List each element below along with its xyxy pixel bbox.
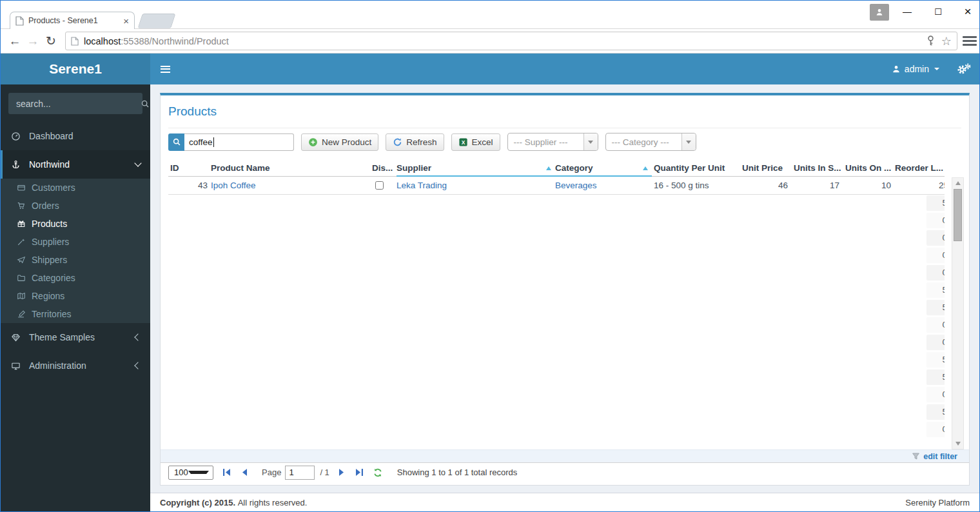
user-menu[interactable]: admin	[892, 54, 939, 84]
first-page-icon[interactable]	[222, 468, 231, 477]
sidebar-search-input[interactable]	[8, 99, 141, 109]
sidebar-item-orders[interactable]: Orders	[1, 197, 150, 215]
supplier-select[interactable]: --- Supplier ---	[507, 133, 598, 151]
product-link[interactable]: Ipoh Coffee	[211, 181, 256, 190]
page-size-select[interactable]: 100	[168, 466, 213, 480]
sidebar-toggle-icon[interactable]	[150, 54, 180, 84]
forward-icon[interactable]: →	[24, 34, 42, 48]
platform-text: Serenity Platform	[905, 498, 970, 507]
browser-menu-icon[interactable]	[963, 36, 977, 46]
prev-page-icon[interactable]	[240, 468, 248, 477]
refresh-icon	[393, 137, 402, 147]
sidebar-item-territories[interactable]: Territories	[1, 305, 150, 323]
cart-icon	[16, 201, 26, 210]
sidebar-item-suppliers[interactable]: Suppliers	[1, 233, 150, 251]
folder-icon	[16, 273, 26, 282]
sidebar-item-administration[interactable]: Administration	[1, 351, 150, 380]
ghost-cell: 0	[926, 335, 945, 350]
window-maximize-button[interactable]: ☐	[924, 1, 952, 23]
window-minimize-button[interactable]: —	[893, 1, 921, 23]
next-page-icon[interactable]	[338, 468, 346, 477]
page-label: Page	[262, 468, 281, 477]
edit-filter-link[interactable]: edit filter	[923, 452, 957, 461]
sidebar-item-label: Categories	[32, 273, 75, 283]
search-icon[interactable]	[141, 99, 150, 108]
url-path: :55388/Northwind/Product	[121, 36, 229, 46]
sidebar-item-customers[interactable]: Customers	[1, 179, 150, 197]
search-icon[interactable]	[168, 133, 184, 151]
col-header-reorder-level[interactable]: Reorder L...	[895, 161, 952, 176]
sidebar-item-label: Theme Samples	[29, 332, 95, 342]
col-header-id[interactable]: ID	[168, 161, 211, 176]
cell-reorder-level: 25	[895, 177, 945, 194]
bookmark-star-icon[interactable]: ☆	[941, 34, 952, 48]
sidebar-item-label: Dashboard	[29, 131, 74, 141]
key-icon[interactable]	[926, 35, 935, 46]
col-header-units-in-stock[interactable]: Units In S...	[794, 161, 843, 176]
col-header-quantity-per-unit[interactable]: Quantity Per Unit	[654, 161, 742, 176]
supplier-link[interactable]: Leka Trading	[397, 181, 447, 190]
scrollbar-thumb[interactable]	[954, 189, 962, 241]
reload-icon[interactable]	[373, 468, 383, 478]
refresh-icon[interactable]: ↻	[42, 34, 60, 48]
pager-status: Showing 1 to 1 of 1 total records	[397, 468, 517, 477]
sidebar: Dashboard Northwind Customers	[1, 84, 150, 511]
excel-button[interactable]: X Excel	[451, 133, 500, 151]
sidebar-item-label: Shippers	[32, 255, 67, 265]
scroll-down-icon[interactable]	[952, 438, 963, 449]
paper-plane-icon	[16, 255, 26, 264]
browser-profile-icon[interactable]	[870, 4, 889, 21]
gift-icon	[16, 219, 26, 228]
sidebar-item-label: Products	[32, 219, 67, 229]
col-header-supplier[interactable]: Supplier	[397, 161, 555, 176]
discontinued-checkbox[interactable]	[375, 181, 384, 190]
refresh-button[interactable]: Refresh	[386, 133, 444, 151]
page-total: / 1	[320, 468, 329, 477]
page-icon	[15, 16, 24, 26]
col-header-discontinued[interactable]: Dis...	[372, 161, 397, 176]
sidebar-item-shippers[interactable]: Shippers	[1, 251, 150, 269]
tab-close-icon[interactable]: ×	[123, 16, 129, 26]
caret-down-icon	[934, 68, 939, 70]
scroll-up-icon[interactable]	[952, 178, 963, 188]
sidebar-item-theme-samples[interactable]: Theme Samples	[1, 323, 150, 351]
window-close-button[interactable]: ×	[954, 1, 980, 23]
address-bar[interactable]: localhost:55388/Northwind/Product ☆	[65, 32, 957, 50]
page-title: Products	[168, 104, 217, 119]
sidebar-item-categories[interactable]: Categories	[1, 269, 150, 287]
app-root: Serene1 admin	[1, 54, 979, 511]
last-page-icon[interactable]	[355, 468, 364, 477]
sidebar-item-dashboard[interactable]: Dashboard	[1, 122, 150, 150]
sidebar-item-label: Regions	[32, 291, 64, 301]
col-header-units-on-order[interactable]: Units On ...	[845, 161, 894, 176]
cell-units-on-order: 10	[845, 177, 894, 194]
table-row[interactable]: 43 Ipoh Coffee Leka Trading Beverages 16…	[168, 177, 945, 195]
col-header-unit-price[interactable]: Unit Price	[742, 161, 791, 176]
quick-search: coffee	[168, 133, 294, 151]
dropdown-arrow-icon	[583, 133, 598, 150]
page-number-input[interactable]	[285, 466, 315, 480]
sidebar-item-regions[interactable]: Regions	[1, 287, 150, 305]
category-select[interactable]: --- Category ---	[605, 133, 696, 151]
sidebar-item-northwind[interactable]: Northwind	[1, 150, 150, 179]
user-name: admin	[905, 64, 929, 74]
sidebar-item-label: Orders	[32, 201, 59, 211]
quick-search-input[interactable]: coffee	[184, 133, 294, 151]
grid-vertical-scrollbar[interactable]	[952, 177, 964, 449]
brand-logo[interactable]: Serene1	[1, 54, 150, 84]
sidebar-item-products[interactable]: Products	[1, 215, 150, 233]
new-tab-button[interactable]	[137, 14, 175, 28]
sidebar-item-label: Administration	[29, 360, 86, 371]
browser-tab[interactable]: Products - Serene1 ×	[10, 12, 135, 29]
browser-titlebar: Products - Serene1 × — ☐ ×	[1, 1, 979, 29]
new-product-button[interactable]: New Product	[301, 133, 378, 151]
dropdown-arrow-icon	[681, 133, 696, 150]
back-icon[interactable]: ←	[6, 34, 24, 48]
url-text: localhost:55388/Northwind/Product	[84, 36, 229, 46]
funnel-icon	[912, 452, 920, 460]
col-header-product-name[interactable]: Product Name	[211, 161, 372, 176]
col-header-category[interactable]: Category	[555, 161, 652, 176]
category-link[interactable]: Beverages	[555, 181, 597, 190]
settings-gears-icon[interactable]	[957, 54, 971, 84]
grid-toolbar: coffee New Product Refresh	[168, 132, 961, 152]
